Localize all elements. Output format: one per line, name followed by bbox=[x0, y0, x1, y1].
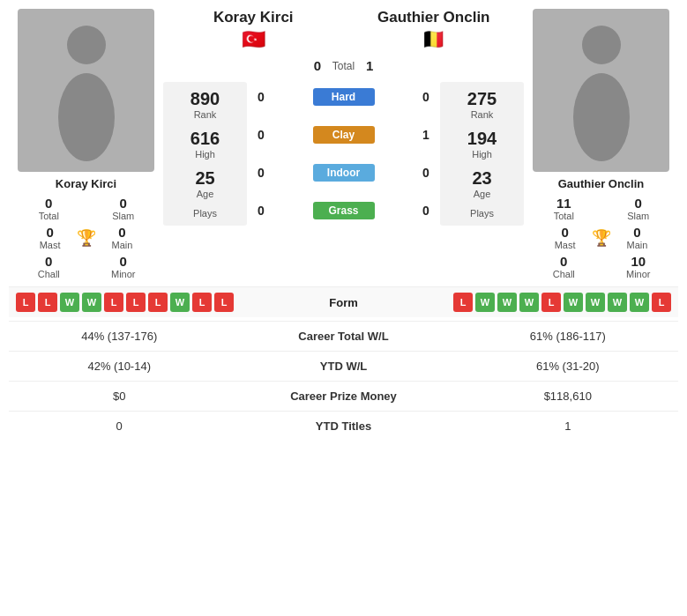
right-center-name: Gauthier Onclin bbox=[344, 9, 525, 26]
clay-row: 0 Clay 1 bbox=[252, 126, 435, 144]
grass-right-score: 0 bbox=[417, 204, 435, 218]
stats-row: 42% (10-14) YTD W/L 61% (31-20) bbox=[9, 352, 678, 382]
right-form-badges: LWWWLWWWWL bbox=[453, 293, 671, 312]
left-minor-lbl: Minor bbox=[111, 269, 136, 279]
grass-row: 0 Grass 0 bbox=[252, 202, 435, 219]
center-panel: Koray Kirci 🇹🇷 Gauthier Onclin 🇧🇪 0 Tota… bbox=[163, 9, 524, 279]
svg-point-0 bbox=[67, 26, 106, 64]
stat-right-1: 61% (31-20) bbox=[458, 352, 678, 382]
right-main-val: 0 bbox=[633, 225, 640, 240]
form-badge-l: L bbox=[126, 293, 146, 312]
form-badge-w: W bbox=[564, 293, 583, 312]
stat-right-2: $118,610 bbox=[458, 382, 678, 412]
right-trophy-icon: 🏆 bbox=[592, 228, 611, 248]
grass-badge: Grass bbox=[313, 202, 375, 219]
form-badge-l: L bbox=[148, 293, 168, 312]
court-scores: 0 Hard 0 0 Clay 1 0 Indoor 0 0 Grass bbox=[250, 78, 437, 229]
right-high-val: 194 bbox=[444, 129, 520, 149]
stat-left-1: 42% (10-14) bbox=[9, 352, 229, 382]
indoor-row: 0 Indoor 0 bbox=[252, 164, 435, 182]
right-main-lbl: Main bbox=[627, 240, 648, 250]
right-player-card: Gauthier Onclin 11 Total 0 Slam 0 Mast 🏆 bbox=[524, 9, 678, 279]
right-age-val: 23 bbox=[444, 168, 520, 189]
left-main-lbl: Main bbox=[112, 240, 133, 250]
stat-label-1: YTD W/L bbox=[229, 352, 457, 382]
stat-label-3: YTD Titles bbox=[229, 412, 457, 442]
right-rank-val: 275 bbox=[444, 89, 520, 109]
stat-right-3: 1 bbox=[458, 412, 678, 442]
form-badge-w: W bbox=[608, 293, 627, 312]
left-main-val: 0 bbox=[118, 225, 125, 240]
form-badge-w: W bbox=[586, 293, 605, 312]
hard-badge: Hard bbox=[313, 88, 375, 106]
right-minor-val: 10 bbox=[631, 254, 646, 269]
hard-right-score: 0 bbox=[417, 90, 435, 104]
right-slam-val: 0 bbox=[635, 196, 642, 211]
right-total-lbl: Total bbox=[554, 211, 574, 221]
clay-right-score: 1 bbox=[417, 128, 435, 142]
right-age-lbl: Age bbox=[444, 189, 520, 199]
right-chall-lbl: Chall bbox=[553, 269, 575, 279]
total-label: Total bbox=[332, 60, 355, 72]
left-rank-val: 890 bbox=[167, 89, 243, 109]
form-badge-w: W bbox=[630, 293, 649, 312]
right-side-panel: 275 Rank 194 High 23 Age Plays bbox=[440, 82, 524, 226]
left-high-val: 616 bbox=[167, 129, 243, 149]
left-chall-lbl: Chall bbox=[38, 269, 60, 279]
stat-label-0: Career Total W/L bbox=[229, 322, 457, 352]
stat-left-3: 0 bbox=[9, 412, 229, 442]
stat-label-2: Career Prize Money bbox=[229, 382, 457, 412]
left-side-panel: 890 Rank 616 High 25 Age Plays bbox=[163, 82, 247, 226]
left-slam-val: 0 bbox=[120, 196, 127, 211]
left-form-badges: LLWWLLLWLL bbox=[16, 293, 234, 312]
svg-point-1 bbox=[58, 73, 115, 161]
grass-left-score: 0 bbox=[252, 204, 270, 218]
form-badge-l: L bbox=[541, 293, 561, 312]
form-badge-w: W bbox=[82, 293, 101, 312]
left-center-name: Koray Kirci bbox=[163, 9, 344, 26]
left-total-val: 0 bbox=[45, 196, 52, 211]
right-flag: 🇧🇪 bbox=[344, 28, 525, 51]
right-total-score: 1 bbox=[362, 58, 377, 73]
right-total-val: 11 bbox=[556, 196, 571, 211]
svg-point-2 bbox=[582, 26, 621, 64]
stat-left-0: 44% (137-176) bbox=[9, 322, 229, 352]
stats-row: 0 YTD Titles 1 bbox=[9, 412, 678, 442]
form-badge-l: L bbox=[192, 293, 212, 312]
right-slam-lbl: Slam bbox=[627, 211, 649, 221]
left-rank-lbl: Rank bbox=[167, 109, 243, 120]
form-badge-l: L bbox=[104, 293, 123, 312]
stats-row: $0 Career Prize Money $118,610 bbox=[9, 382, 678, 412]
clay-badge: Clay bbox=[313, 126, 375, 144]
indoor-right-score: 0 bbox=[417, 166, 435, 180]
form-badge-l: L bbox=[38, 293, 57, 312]
svg-point-3 bbox=[573, 73, 630, 161]
stat-right-0: 61% (186-117) bbox=[458, 322, 678, 352]
right-mast-val: 0 bbox=[561, 225, 568, 240]
left-age-val: 25 bbox=[167, 168, 243, 189]
indoor-left-score: 0 bbox=[252, 166, 270, 180]
right-minor-lbl: Minor bbox=[626, 269, 651, 279]
left-minor-val: 0 bbox=[120, 254, 127, 269]
left-trophy-icon: 🏆 bbox=[77, 228, 96, 248]
left-mast-lbl: Mast bbox=[40, 240, 61, 250]
form-section: LLWWLLLWLL Form LWWWLWWWWL bbox=[0, 279, 687, 317]
form-badge-w: W bbox=[60, 293, 79, 312]
form-badge-l: L bbox=[16, 293, 35, 312]
left-flag: 🇹🇷 bbox=[163, 28, 344, 51]
indoor-badge: Indoor bbox=[313, 164, 375, 182]
left-player-card: Koray Kirci 0 Total 0 Slam 0 Mast 🏆 bbox=[9, 9, 163, 279]
hard-row: 0 Hard 0 bbox=[252, 88, 435, 106]
left-mast-val: 0 bbox=[46, 225, 53, 240]
form-badge-l: L bbox=[453, 293, 473, 312]
right-plays-lbl: Plays bbox=[444, 208, 520, 219]
left-slam-lbl: Slam bbox=[112, 211, 134, 221]
form-label: Form bbox=[317, 296, 370, 309]
left-player-name: Koray Kirci bbox=[56, 177, 116, 190]
right-player-photo bbox=[533, 9, 669, 172]
form-badge-w: W bbox=[497, 293, 517, 312]
left-high-lbl: High bbox=[167, 149, 243, 160]
left-age-lbl: Age bbox=[167, 189, 243, 199]
right-high-lbl: High bbox=[444, 149, 520, 160]
left-total-score: 0 bbox=[310, 58, 325, 73]
